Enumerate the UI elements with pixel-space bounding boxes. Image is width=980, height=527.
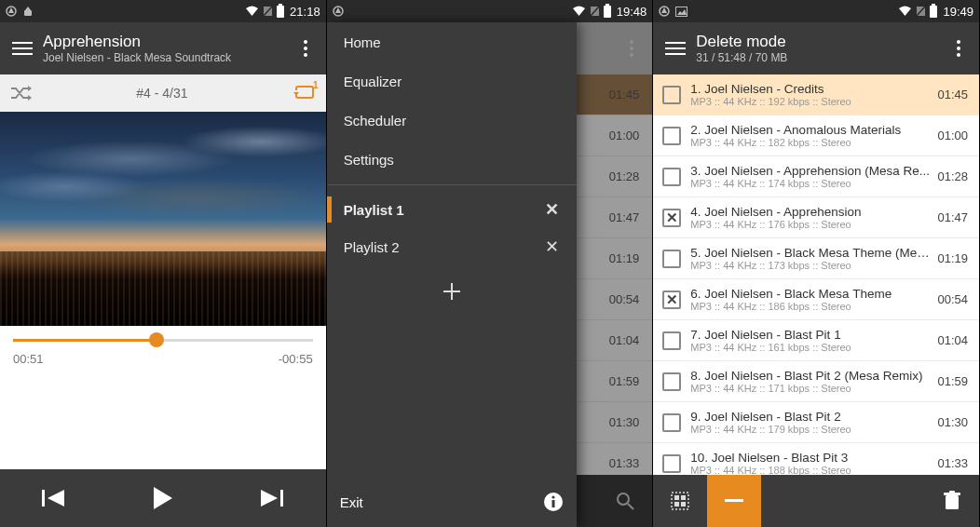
no-sim-icon xyxy=(590,6,600,17)
drawer-settings[interactable]: Settings xyxy=(327,140,577,179)
svg-rect-49 xyxy=(674,502,679,507)
overflow-menu-button[interactable] xyxy=(942,32,975,65)
remove-selected-button[interactable] xyxy=(707,475,761,527)
drawer-exit[interactable]: Exit xyxy=(340,494,543,510)
previous-button[interactable] xyxy=(26,470,82,526)
status-time: 19:49 xyxy=(943,5,973,19)
play-button[interactable] xyxy=(135,470,191,526)
playlist-item[interactable]: Playlist 2✕ xyxy=(327,228,577,265)
svg-rect-46 xyxy=(672,493,688,509)
repeat-button[interactable]: 1 xyxy=(293,84,317,102)
drawer-home[interactable]: Home xyxy=(327,22,577,61)
overflow-menu-button[interactable] xyxy=(289,32,322,65)
track-title: 9. Joel Nielsen - Blast Pit 2 xyxy=(690,410,931,424)
track-info-bar: #4 - 4/31 1 xyxy=(0,74,326,112)
now-playing-subtitle: Joel Nielsen - Black Mesa Soundtrack xyxy=(43,51,289,64)
svg-marker-35 xyxy=(661,7,667,13)
picture-status-icon xyxy=(675,7,687,17)
page-title: Delete mode xyxy=(696,33,942,51)
track-checkbox[interactable] xyxy=(653,413,690,432)
track-row[interactable]: 4. Joel Nielsen - Apprehension MP3 :: 44… xyxy=(653,197,979,238)
screen-nav-drawer: 19:48 01:4501:00nix)01:2801:47a Mix)01:1… xyxy=(327,0,654,527)
track-list[interactable]: 1. Joel Nielsen - Credits MP3 :: 44 KHz … xyxy=(653,74,979,475)
wifi-icon xyxy=(898,6,912,17)
track-checkbox[interactable] xyxy=(653,454,690,473)
track-meta: MP3 :: 44 KHz :: 171 kbps :: Stereo xyxy=(690,383,931,394)
album-artwork[interactable] xyxy=(0,112,326,326)
app-bar: Delete mode 31 / 51:48 / 70 MB xyxy=(653,22,979,74)
info-icon[interactable] xyxy=(543,492,564,512)
track-index: #4 - 4/31 xyxy=(32,86,293,101)
next-button[interactable] xyxy=(243,470,299,526)
track-title: 5. Joel Nielsen - Black Mesa Theme (Mes.… xyxy=(690,246,931,260)
track-title: 6. Joel Nielsen - Black Mesa Theme xyxy=(690,287,931,301)
track-checkbox[interactable] xyxy=(653,209,690,227)
page-subtitle: 31 / 51:48 / 70 MB xyxy=(696,51,942,64)
no-sim-icon xyxy=(916,6,926,17)
drawer-label: Equalizer xyxy=(344,74,402,89)
drawer-equalizer[interactable]: Equalizer xyxy=(327,61,577,101)
track-checkbox[interactable] xyxy=(653,372,690,391)
select-all-button[interactable] xyxy=(653,475,707,527)
track-row[interactable]: 5. Joel Nielsen - Black Mesa Theme (Mes.… xyxy=(653,238,979,279)
svg-marker-17 xyxy=(154,487,172,509)
track-checkbox[interactable] xyxy=(653,168,690,186)
track-duration: 01:04 xyxy=(934,333,979,347)
no-sim-icon xyxy=(263,6,273,17)
track-checkbox[interactable] xyxy=(653,291,690,309)
track-row[interactable]: 6. Joel Nielsen - Black Mesa Theme MP3 :… xyxy=(653,279,979,320)
track-title: 4. Joel Nielsen - Apprehension xyxy=(690,205,931,219)
status-bar: 19:48 xyxy=(327,0,653,22)
track-title: 3. Joel Nielsen - Apprehension (Mesa Re.… xyxy=(690,164,931,178)
playlist-item[interactable]: Playlist 1✕ xyxy=(327,191,577,228)
playlist-delete-icon[interactable]: ✕ xyxy=(539,236,565,257)
drawer-scheduler[interactable]: Scheduler xyxy=(327,101,577,140)
track-meta: MP3 :: 44 KHz :: 174 kbps :: Stereo xyxy=(690,178,931,189)
track-row[interactable]: 7. Joel Nielsen - Blast Pit 1 MP3 :: 44 … xyxy=(653,320,979,361)
add-playlist-button[interactable] xyxy=(327,265,577,318)
drawer-separator xyxy=(327,184,577,185)
track-duration: 01:30 xyxy=(934,415,979,429)
status-time: 21:18 xyxy=(290,5,320,19)
track-checkbox[interactable] xyxy=(653,127,690,145)
menu-button[interactable] xyxy=(6,32,39,65)
trash-button[interactable] xyxy=(925,475,979,527)
playlist-delete-icon[interactable]: ✕ xyxy=(539,199,565,220)
track-row[interactable]: 9. Joel Nielsen - Blast Pit 2 MP3 :: 44 … xyxy=(653,402,979,443)
track-checkbox[interactable] xyxy=(653,250,690,268)
track-row[interactable]: 8. Joel Nielsen - Blast Pit 2 (Mesa Remi… xyxy=(653,361,979,402)
track-checkbox[interactable] xyxy=(653,86,690,104)
svg-point-11 xyxy=(304,53,307,57)
upload-status-icon xyxy=(22,6,34,17)
svg-marker-21 xyxy=(335,7,341,13)
track-row[interactable]: 3. Joel Nielsen - Apprehension (Mesa Re.… xyxy=(653,156,979,197)
svg-marker-37 xyxy=(677,9,687,15)
app-status-icon xyxy=(333,6,344,17)
app-status-icon xyxy=(659,6,670,17)
status-bar: 19:49 xyxy=(653,0,979,22)
svg-rect-19 xyxy=(280,490,283,507)
track-meta: MP3 :: 44 KHz :: 179 kbps :: Stereo xyxy=(690,424,931,435)
menu-button[interactable] xyxy=(659,32,692,65)
wifi-icon xyxy=(572,6,586,17)
svg-point-10 xyxy=(304,47,307,50)
track-row[interactable]: 10. Joel Nielsen - Blast Pit 3 MP3 :: 44… xyxy=(653,443,979,475)
svg-point-32 xyxy=(551,495,554,498)
svg-point-44 xyxy=(957,47,960,50)
seek-bar[interactable] xyxy=(13,331,313,348)
track-row[interactable]: 2. Joel Nielsen - Anomalous Materials MP… xyxy=(653,115,979,156)
track-meta: MP3 :: 44 KHz :: 192 kbps :: Stereo xyxy=(690,96,931,107)
track-title: 1. Joel Nielsen - Credits xyxy=(690,82,931,96)
playlist-label: Playlist 2 xyxy=(344,239,400,255)
track-row[interactable]: 1. Joel Nielsen - Credits MP3 :: 44 KHz … xyxy=(653,74,979,115)
screen-now-playing: 21:18 Apprehension Joel Nielsen - Black … xyxy=(0,0,327,527)
track-duration: 01:45 xyxy=(934,88,979,101)
progress-area: 00:51 -00:55 xyxy=(0,326,326,372)
track-title: 10. Joel Nielsen - Blast Pit 3 xyxy=(690,451,931,465)
screen-delete-mode: 19:49 Delete mode 31 / 51:48 / 70 MB 1. … xyxy=(653,0,980,527)
playback-controls xyxy=(0,469,326,527)
remaining-time: -00:55 xyxy=(279,352,313,366)
repeat-count: 1 xyxy=(313,80,319,90)
track-checkbox[interactable] xyxy=(653,331,690,350)
shuffle-button[interactable] xyxy=(9,84,32,102)
